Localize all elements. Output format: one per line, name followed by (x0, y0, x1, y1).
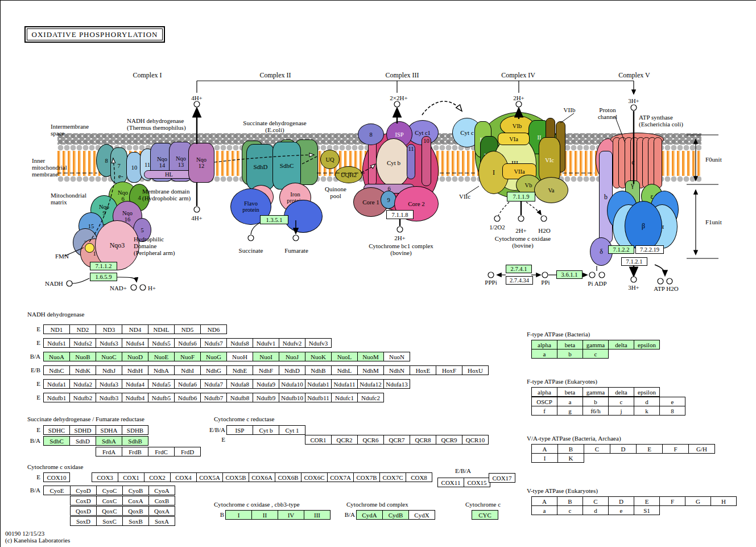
gene-cell-nd4l[interactable]: ND4L (148, 324, 175, 334)
gene-cell-cox10[interactable]: COX10 (43, 472, 70, 482)
gene-cell-cyt-1[interactable]: Cyt 1 (279, 425, 305, 435)
gene-cell-nd5[interactable]: ND5 (174, 324, 201, 334)
gene-cell-cox11[interactable]: COX11 (437, 478, 464, 487)
gene-cell-ndufb7[interactable]: Ndufb7 (200, 393, 227, 402)
gene-cell-ndufa1[interactable]: Ndufa1 (43, 379, 70, 389)
gene-cell-cox1[interactable]: COX1 (118, 472, 144, 482)
gene-cell-epsilon[interactable]: epsilon (634, 387, 660, 397)
gene-cell-sdha[interactable]: SDHA (96, 425, 122, 435)
gene-cell-ndufs1[interactable]: Ndufs1 (43, 338, 70, 348)
gene-cell-ndufs3[interactable]: Ndufs3 (96, 338, 122, 348)
gene-cell-cydb[interactable]: CydB (382, 510, 409, 520)
gene-cell-h[interactable]: H (710, 496, 737, 506)
gene-cell-ndufs7[interactable]: Ndufs7 (200, 338, 227, 348)
gene-cell-ndhi[interactable]: NdhI (174, 365, 201, 375)
gene-cell-qoxa[interactable]: QoxA (148, 506, 175, 516)
gene-cell-f6-h[interactable]: f6/h (583, 406, 609, 416)
gene-cell-coxd[interactable]: CoxD (70, 496, 97, 505)
gene-cell-frdb[interactable]: FrdB (122, 447, 148, 456)
gene-cell-cox6b[interactable]: COX6B (275, 472, 301, 482)
gene-cell-ndufb5[interactable]: Ndufb5 (148, 393, 175, 402)
gene-cell-nuod[interactable]: NuoD (122, 352, 148, 361)
gene-cell-gamma[interactable]: gamma (583, 387, 609, 397)
gene-cell-e[interactable]: e (659, 397, 685, 406)
gene-cell-nuok[interactable]: NuoK (305, 352, 332, 361)
gene-cell-a[interactable]: A (531, 496, 557, 506)
gene-cell-cox5a[interactable]: COX5A (196, 472, 223, 482)
gene-cell-g[interactable]: g (557, 406, 583, 416)
ec-box-3-6-1-1[interactable]: 3.6.1.1 (556, 270, 583, 279)
gene-cell-nd1[interactable]: ND1 (43, 324, 70, 334)
ec-box-7-1-1-8[interactable]: 7.1.1.8 (386, 210, 414, 219)
gene-cell-b[interactable]: B (557, 496, 583, 506)
gene-cell-epsilon[interactable]: epsilon (634, 340, 660, 349)
gene-cell-soxc[interactable]: SoxC (96, 516, 123, 526)
gene-cell-a[interactable]: a (531, 505, 557, 515)
gene-cell-ndhg[interactable]: NdhG (200, 365, 227, 375)
gene-cell-ndhm[interactable]: NdhM (357, 365, 384, 375)
gene-cell-beta[interactable]: beta (557, 387, 583, 397)
gene-cell-c[interactable]: C (584, 444, 610, 454)
gene-cell-qcr10[interactable]: QCR10 (462, 435, 489, 445)
gene-cell-nuon[interactable]: NuoN (383, 352, 410, 361)
gene-cell-ndhn[interactable]: NdhN (383, 365, 410, 375)
gene-cell-ndufs2[interactable]: Ndufs2 (69, 338, 96, 348)
gene-cell-ndufb1[interactable]: Ndufb1 (43, 393, 70, 402)
gene-cell-cox3[interactable]: COX3 (92, 472, 118, 482)
gene-cell-ii[interactable]: II (251, 510, 278, 520)
gene-cell-sdhb[interactable]: SDHB (122, 425, 148, 435)
gene-cell-cyoc[interactable]: CyoC (96, 486, 123, 495)
gene-cell-cor1[interactable]: COR1 (305, 435, 332, 445)
gene-cell-f[interactable]: f (531, 406, 557, 416)
gene-cell-j[interactable]: j (608, 406, 634, 416)
gene-cell-nd2[interactable]: ND2 (69, 324, 96, 334)
gene-cell-d[interactable]: d (583, 505, 609, 515)
gene-cell-ndhb[interactable]: NdhB (305, 365, 332, 375)
gene-cell-cox6a[interactable]: COX6A (249, 472, 275, 482)
gene-cell-soxd[interactable]: SoxD (70, 516, 97, 526)
gene-cell-i[interactable]: I (225, 510, 252, 520)
gene-cell-ndufb10[interactable]: Ndufb10 (279, 393, 305, 402)
gene-cell-beta[interactable]: beta (557, 340, 583, 349)
gene-cell-cox2[interactable]: COX2 (144, 472, 171, 482)
gene-cell-cyod[interactable]: CyoD (70, 486, 97, 495)
ec-box-7-1-2-2[interactable]: 7.1.2.2 (608, 245, 634, 254)
gene-cell-alpha[interactable]: alpha (531, 387, 557, 397)
gene-cell-soxa[interactable]: SoxA (148, 516, 175, 526)
gene-cell-ndufb3[interactable]: Ndufb3 (96, 393, 122, 402)
ec-box-7-2-2-19[interactable]: 7.2.2.19 (635, 245, 664, 254)
gene-cell-d[interactable]: d (634, 397, 660, 406)
gene-cell-nuol[interactable]: NuoL (331, 352, 358, 361)
gene-cell-frdc[interactable]: FrdC (148, 447, 175, 456)
gene-cell-nuoj[interactable]: NuoJ (279, 352, 305, 361)
gene-cell-a[interactable]: a (531, 349, 557, 359)
gene-cell-ndufa3[interactable]: Ndufa3 (96, 379, 122, 389)
gene-cell-ndufa9[interactable]: Ndufa9 (253, 379, 279, 389)
gene-cell-delta[interactable]: delta (608, 340, 634, 349)
gene-cell-ndufa7[interactable]: Ndufa7 (200, 379, 227, 389)
gene-cell-cox8[interactable]: COX8 (406, 472, 432, 482)
gene-cell-g[interactable]: G (685, 496, 711, 506)
gene-cell-ndufb11[interactable]: Ndufb11 (305, 393, 332, 402)
ec-box-7-1-1-2[interactable]: 7.1.1.2 (90, 262, 117, 270)
gene-cell-b[interactable]: b (557, 349, 583, 359)
gene-cell-qcr9[interactable]: QCR9 (436, 435, 462, 445)
gene-cell-ndufa8[interactable]: Ndufa8 (226, 379, 253, 389)
gene-cell-f[interactable]: F (659, 496, 685, 506)
gene-cell-hoxf[interactable]: HoxF (436, 365, 462, 375)
gene-cell-nuob[interactable]: NuoB (69, 352, 96, 361)
gene-cell-frda[interactable]: FrdA (96, 447, 122, 456)
ec-box-2-7-4-1[interactable]: 2.7.4.1 (506, 265, 532, 273)
gene-cell-nuoc[interactable]: NuoC (96, 352, 122, 361)
gene-cell-cox7c[interactable]: COX7C (379, 472, 406, 482)
gene-cell-ndufa12[interactable]: Ndufa12 (357, 379, 384, 389)
gene-cell-sdha[interactable]: SdhA (96, 436, 122, 446)
gene-cell-s1[interactable]: S1 (634, 505, 660, 515)
gene-cell-ndhf[interactable]: NdhF (253, 365, 279, 375)
gene-cell-ndufa2[interactable]: Ndufa2 (69, 379, 96, 389)
gene-cell-nuoa[interactable]: NuoA (43, 352, 70, 361)
gene-cell-ndufs8[interactable]: Ndufs8 (226, 338, 253, 348)
gene-cell-cyoa[interactable]: CyoA (148, 486, 175, 495)
gene-cell-nuof[interactable]: NuoF (174, 352, 201, 361)
gene-cell-k[interactable]: K (557, 453, 584, 463)
